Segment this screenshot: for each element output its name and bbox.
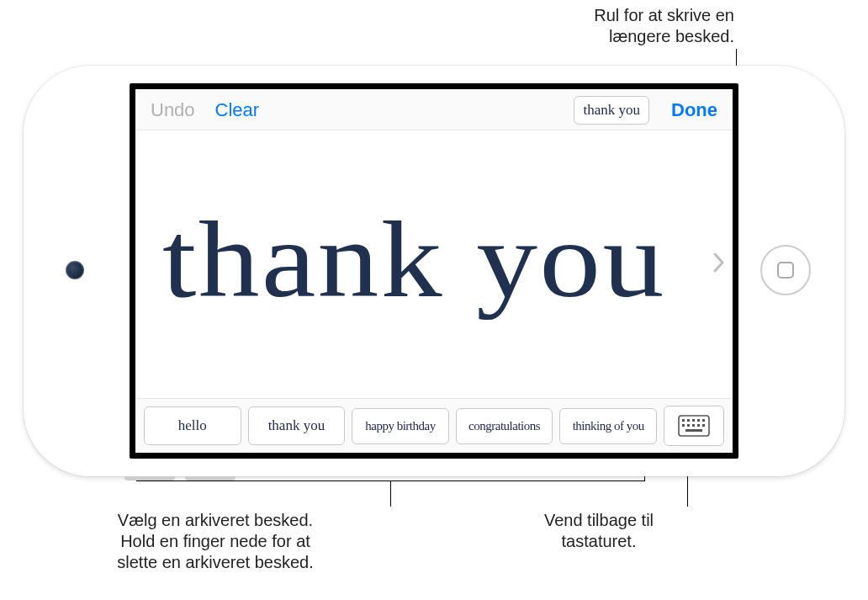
volume-up-button[interactable] — [124, 476, 175, 481]
svg-rect-3 — [692, 419, 695, 422]
home-button-icon — [777, 262, 794, 279]
svg-rect-11 — [685, 429, 702, 432]
suggestion-thank-you[interactable]: thank you — [248, 406, 346, 445]
suggestion-thinking-of-you[interactable]: thinking of you — [559, 408, 657, 444]
suggestion-hello[interactable]: hello — [144, 406, 241, 445]
suggestion-congratulations[interactable]: congratulations — [456, 408, 553, 444]
leader-line — [390, 481, 391, 507]
callout-scroll: Rul for at skrive en længere besked. — [499, 5, 734, 47]
screen: Undo Clear thank you Done thank you hell… — [130, 83, 738, 459]
clear-button[interactable]: Clear — [212, 96, 263, 125]
svg-rect-10 — [702, 424, 705, 427]
svg-rect-4 — [697, 419, 700, 422]
chevron-right-icon[interactable] — [711, 249, 728, 279]
handwriting-canvas[interactable]: thank you — [135, 130, 733, 399]
callout-select: Vælg en arkiveret besked. Hold en finger… — [89, 510, 341, 573]
leader-line — [687, 473, 688, 507]
volume-down-button[interactable] — [185, 476, 236, 481]
keyboard-icon — [678, 415, 710, 437]
svg-rect-8 — [692, 424, 695, 427]
topbar: Undo Clear thank you Done — [135, 89, 733, 130]
preview-chip[interactable]: thank you — [574, 96, 649, 125]
svg-rect-5 — [702, 419, 705, 422]
svg-rect-9 — [697, 424, 700, 427]
keyboard-button[interactable] — [664, 406, 724, 446]
callout-keyboard: Vend tilbage til tastaturet. — [515, 510, 683, 552]
svg-rect-6 — [682, 424, 685, 427]
done-button[interactable]: Done — [668, 96, 721, 125]
svg-rect-1 — [682, 419, 685, 422]
handwritten-text: thank you — [162, 196, 665, 322]
suggestion-row: hello thank you happy birthday congratul… — [135, 399, 733, 453]
ipod-device: Undo Clear thank you Done thank you hell… — [24, 66, 844, 476]
home-button[interactable] — [760, 245, 811, 295]
suggestion-happy-birthday[interactable]: happy birthday — [352, 408, 449, 444]
undo-button: Undo — [147, 96, 198, 125]
svg-rect-2 — [687, 419, 690, 422]
svg-rect-7 — [687, 424, 690, 427]
